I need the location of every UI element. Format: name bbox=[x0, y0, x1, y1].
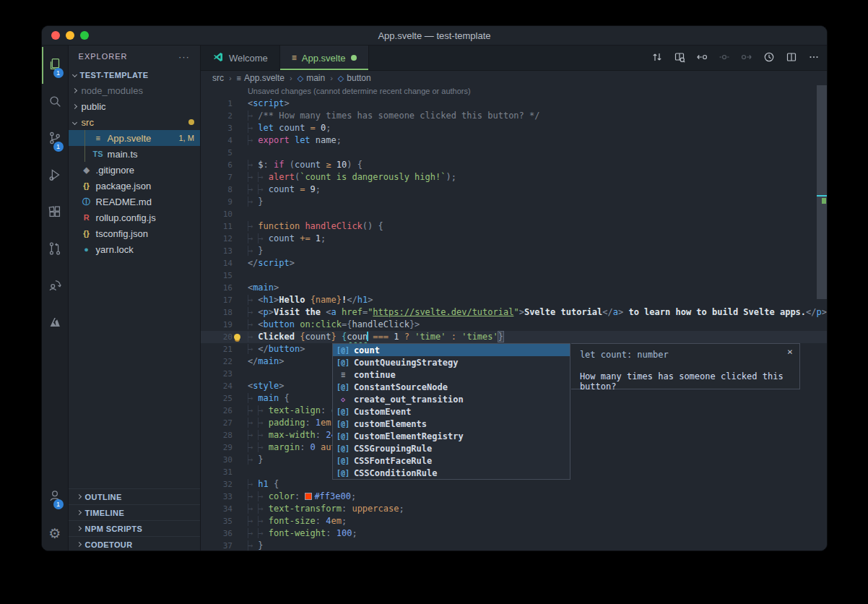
file-tree-item-tsconfig-json[interactable]: {}tsconfig.json bbox=[69, 225, 200, 241]
line-number[interactable]: 9 bbox=[201, 196, 233, 208]
line-number[interactable]: 24 bbox=[201, 380, 233, 392]
close-window-button[interactable] bbox=[51, 31, 60, 40]
file-tree-item-package-json[interactable]: {}package.json bbox=[69, 178, 200, 194]
line-number[interactable]: 36 bbox=[201, 527, 233, 540]
line-number[interactable]: 5 bbox=[201, 147, 233, 159]
file-tree-item-src[interactable]: src bbox=[69, 114, 200, 130]
code-line-12[interactable]: 12→ → count += 1; bbox=[201, 233, 827, 245]
line-number[interactable]: 34 bbox=[201, 503, 233, 515]
sidebar-section-timeline[interactable]: TIMELINE bbox=[69, 504, 200, 520]
code-line-14[interactable]: 14</script> bbox=[201, 257, 827, 269]
line-number[interactable]: 30 bbox=[201, 454, 233, 466]
line-number[interactable]: 2 bbox=[201, 110, 233, 122]
code-line-9[interactable]: 9→ } bbox=[201, 196, 827, 208]
line-number[interactable]: 35 bbox=[201, 515, 233, 527]
suggest-item-customelements[interactable]: [@]customElements bbox=[333, 418, 570, 430]
suggest-item-constantsourcenode[interactable]: [@]ConstantSourceNode bbox=[333, 381, 570, 393]
previous-change-icon[interactable] bbox=[696, 51, 708, 66]
activity-github-pull-requests-button[interactable] bbox=[42, 231, 68, 268]
suggest-item-countqueuingstrategy[interactable]: [@]CountQueuingStrategy bbox=[333, 356, 570, 368]
code-line-15[interactable]: 15 bbox=[201, 269, 827, 282]
suggest-item-cssfontfacerule[interactable]: [@]CSSFontFaceRule bbox=[333, 454, 570, 467]
activity-azure-button[interactable] bbox=[42, 305, 68, 342]
code-line-3[interactable]: 3→ let count = 0; bbox=[201, 122, 827, 134]
close-icon[interactable]: × bbox=[787, 346, 793, 357]
line-number[interactable]: 16 bbox=[201, 282, 233, 294]
breadcrumb-item-app-svelte[interactable]: ≡App.svelte bbox=[237, 73, 285, 83]
activity-source-control-button[interactable]: 1 bbox=[42, 121, 68, 158]
code-line-7[interactable]: 7→ → alert(`count is dangerously high!`)… bbox=[201, 171, 827, 184]
line-number[interactable]: 3 bbox=[201, 122, 233, 134]
line-number[interactable]: 23 bbox=[201, 368, 233, 380]
code-line-19[interactable]: 19→ <button on:click={handleClick}> bbox=[201, 319, 827, 331]
line-number[interactable]: 7 bbox=[201, 171, 233, 184]
sidebar-section-npm-scripts[interactable]: NPM SCRIPTS bbox=[69, 520, 200, 536]
suggest-item-cssconditionrule[interactable]: [@]CSSConditionRule bbox=[333, 467, 570, 479]
line-number[interactable]: 27 bbox=[201, 417, 233, 429]
timeline-icon[interactable] bbox=[763, 51, 775, 66]
breadcrumb-item-main[interactable]: ◇main bbox=[298, 73, 325, 83]
code-line-10[interactable]: 10 bbox=[201, 208, 827, 220]
line-number[interactable]: 14 bbox=[201, 257, 233, 269]
code-line-1[interactable]: 1<script> bbox=[201, 98, 827, 110]
open-changes-icon[interactable] bbox=[651, 51, 663, 66]
breadcrumb-item-src[interactable]: src bbox=[212, 73, 224, 83]
dirty-indicator-icon[interactable] bbox=[351, 55, 357, 61]
file-tree-item--gitignore[interactable]: ◆.gitignore bbox=[69, 162, 200, 178]
code-line-11[interactable]: 11→ function handleClick() { bbox=[201, 220, 827, 233]
sidebar-section-codetour[interactable]: CODETOUR bbox=[69, 536, 200, 551]
project-root-row[interactable]: TEST-TEMPLATE bbox=[69, 67, 200, 82]
code-line-17[interactable]: 17→ <h1>Hello {name}!</h1> bbox=[201, 294, 827, 306]
line-number[interactable]: 8 bbox=[201, 184, 233, 196]
line-number[interactable]: 6 bbox=[201, 159, 233, 171]
lightbulb-icon[interactable] bbox=[234, 334, 240, 340]
suggest-item-create_out_transition[interactable]: ◇create_out_transition bbox=[333, 393, 570, 405]
activity-run-debug-button[interactable] bbox=[42, 158, 68, 194]
activity-extensions-button[interactable] bbox=[42, 194, 68, 231]
file-tree-item-public[interactable]: public bbox=[69, 98, 200, 114]
minimize-window-button[interactable] bbox=[66, 31, 74, 40]
sidebar-section-outline[interactable]: OUTLINE bbox=[69, 488, 200, 504]
line-number[interactable]: 33 bbox=[201, 491, 233, 503]
suggest-item-customelementregistry[interactable]: [@]CustomElementRegistry bbox=[333, 430, 570, 442]
activity-accounts-button[interactable]: 1 bbox=[42, 478, 68, 515]
file-tree-item-main-ts[interactable]: TSmain.ts bbox=[69, 146, 200, 162]
file-tree-item-app-svelte[interactable]: ≡App.svelte1, M bbox=[69, 130, 200, 146]
activity-live-share-button[interactable] bbox=[42, 268, 68, 305]
line-number[interactable]: 32 bbox=[201, 478, 233, 491]
activity-settings-button[interactable]: ⚙ bbox=[42, 515, 68, 551]
split-editor-icon[interactable] bbox=[786, 51, 797, 66]
code-line-36[interactable]: 36→ → font-weight: 100; bbox=[201, 527, 827, 540]
line-number[interactable]: 10 bbox=[201, 208, 233, 220]
code-line-34[interactable]: 34→ → text-transform: uppercase; bbox=[201, 503, 827, 515]
editor-scrollbar[interactable] bbox=[817, 85, 827, 551]
line-number[interactable]: 11 bbox=[201, 220, 233, 233]
code-line-4[interactable]: 4→ export let name; bbox=[201, 134, 827, 147]
suggest-item-count[interactable]: [@]count bbox=[333, 344, 570, 356]
suggest-item-cssgroupingrule[interactable]: [@]CSSGroupingRule bbox=[333, 442, 570, 454]
code-line-37[interactable]: 37→ } bbox=[201, 540, 827, 551]
activity-explorer-button[interactable]: 1 bbox=[42, 47, 68, 84]
code-line-20[interactable]: 20→ Clicked {count} {coun === 1 ? 'time'… bbox=[201, 331, 827, 343]
code-line-13[interactable]: 13→ } bbox=[201, 245, 827, 257]
line-number[interactable]: 26 bbox=[201, 405, 233, 417]
open-preview-icon[interactable] bbox=[674, 51, 685, 66]
file-tree-item-node-modules[interactable]: node_modules bbox=[69, 82, 200, 98]
line-number[interactable]: 18 bbox=[201, 306, 233, 319]
file-tree-item-rollup-config-js[interactable]: Rrollup.config.js bbox=[69, 210, 200, 225]
suggest-item-customevent[interactable]: [@]CustomEvent bbox=[333, 405, 570, 418]
line-number[interactable]: 20 bbox=[201, 331, 233, 343]
line-number[interactable]: 22 bbox=[201, 355, 233, 368]
line-number[interactable]: 13 bbox=[201, 245, 233, 257]
file-tree-item-yarn-lock[interactable]: ●yarn.lock bbox=[69, 241, 200, 257]
breadcrumb-item-button[interactable]: ◇button bbox=[338, 73, 371, 83]
code-editor[interactable]: Unsaved changes (cannot determine recent… bbox=[201, 85, 827, 551]
code-line-2[interactable]: 2→ /** How many times has someone clicke… bbox=[201, 110, 827, 122]
line-number[interactable]: 37 bbox=[201, 540, 233, 551]
code-line-32[interactable]: 32→ h1 { bbox=[201, 478, 827, 491]
line-number[interactable]: 19 bbox=[201, 319, 233, 331]
line-number[interactable]: 31 bbox=[201, 466, 233, 478]
more-actions-icon[interactable] bbox=[808, 51, 820, 66]
tab-welcome[interactable]: Welcome bbox=[201, 46, 280, 70]
line-number[interactable]: 4 bbox=[201, 134, 233, 147]
